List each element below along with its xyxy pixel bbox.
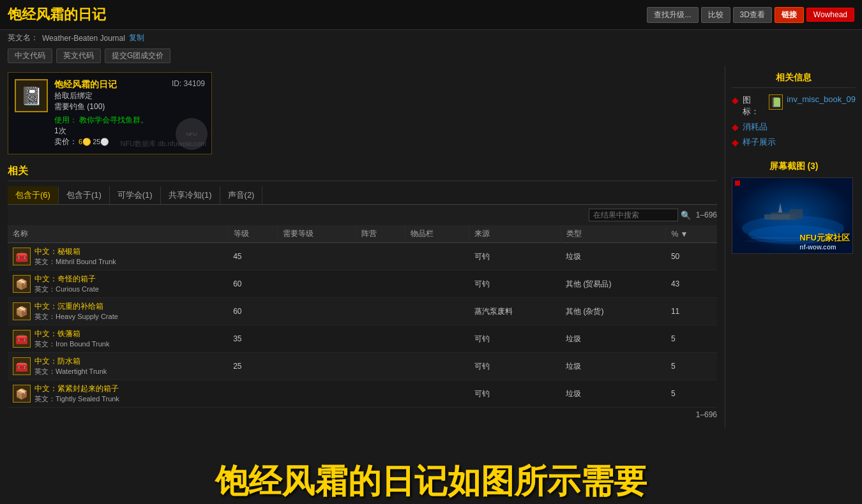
row-names: 中文：紧紧封起来的箱子 英文：Tightly Sealed Trunk [34,383,119,404]
cell-name: 📦 中文：紧紧封起来的箱子 英文：Tightly Sealed Trunk [8,380,228,408]
table-row[interactable]: 🧰 中文：防水箱 英文：Watertight Trunk 25 可钓 垃圾 5 [8,353,717,380]
cell-source: 可钓 [469,325,561,353]
cell-slot [405,298,469,325]
sidebar-consumable-row: ◆ 消耗品 [732,121,856,133]
col-req-level: 需要等级 [278,225,356,243]
consumable-label[interactable]: 消耗品 [743,121,767,133]
submit-price-button[interactable]: 提交G团成交价 [105,48,170,63]
tab-sounds-2[interactable]: 声音(2) [220,186,263,204]
row-icon: 🧰 [13,357,31,375]
item-bind: 拾取后绑定 [54,91,205,101]
copy-link[interactable]: 复制 [129,33,144,43]
tab-shared-1[interactable]: 共享冷知(1) [161,186,220,204]
row-name-cn: 中文：防水箱 [34,356,107,367]
row-name-en: 英文：Watertight Trunk [34,367,107,376]
icon-name[interactable]: inv_misc_book_09 [787,94,856,104]
link-button[interactable]: 链接 [775,7,804,23]
cell-source: 可钓 [469,243,561,271]
chinese-code-button[interactable]: 中文代码 [8,48,52,63]
pagination-bottom: 1–696 [696,410,717,419]
cell-level: 60 [228,298,277,325]
data-table: 名称 等级 需要等级 阵营 物品栏 来源 类型 % ▼ 🧰 中文：秘银箱 [8,225,717,408]
table-row[interactable]: 📦 中文：紧紧封起来的箱子 英文：Tightly Sealed Trunk 可钓… [8,380,717,408]
search-input[interactable] [589,209,678,221]
cell-level [228,380,277,408]
display-label[interactable]: 样子展示 [743,137,776,148]
item-req: 需要钓鱼 (100) [54,101,205,112]
table-row[interactable]: 🧰 中文：秘银箱 英文：Mithril Bound Trunk 45 可钓 垃圾… [8,243,717,271]
row-name-cn: 中文：奇怪的箱子 [34,274,99,285]
cell-name: 📦 中文：沉重的补给箱 英文：Heavy Supply Crate [8,298,228,325]
wowhead-button[interactable]: Wowhead [806,8,854,22]
cell-faction [356,243,405,271]
row-icon: 🧰 [13,248,31,265]
col-source: 来源 [469,225,561,243]
screenshot-image[interactable]: NFU元家社区 nf-wow.com [732,177,853,254]
col-faction: 阵营 [356,225,405,243]
cell-source: 可钓 [469,380,561,408]
top-buttons: 查找升级... 比较 3D查看 链接 Wowhead [647,7,854,23]
english-code-button[interactable]: 英文代码 [56,48,101,63]
cell-faction [356,380,405,408]
row-names: 中文：沉重的补给箱 英文：Heavy Supply Crate [34,301,118,322]
cell-percent: 50 [666,243,717,271]
row-icon: 📦 [13,385,31,403]
row-name-cn: 中文：紧紧封起来的箱子 [34,383,119,394]
find-upgrade-button[interactable]: 查找升级... [647,7,698,23]
row-name-cn: 中文：沉重的补给箱 [34,301,118,312]
cell-slot [405,380,469,408]
col-percent[interactable]: % ▼ [666,225,717,243]
svg-rect-6 [790,209,803,219]
cell-level: 60 [228,271,277,298]
item-tooltip: 📓 饱经风霜的日记 ID: 34109 拾取后绑定 需要钓鱼 (100) 使用：… [8,72,212,154]
sidebar-bullet-1: ◆ [732,95,739,105]
item-icon-preview: 📗 [769,94,783,110]
cell-level: 35 [228,325,277,353]
row-name-cn: 中文：秘银箱 [34,246,116,257]
english-name-value: Weather-Beaten Journal [42,34,125,43]
table-row[interactable]: 📦 中文：奇怪的箱子 英文：Curious Crate 60 可钓 其他 (贸易… [8,271,717,298]
cell-type: 垃圾 [561,243,666,271]
screenshot-section: 屏幕截图 (3) [732,161,856,254]
table-controls: 🔍 1–696 [8,205,717,225]
row-name-en: 英文：Curious Crate [34,285,99,294]
row-name-en: 英文：Iron Bound Trunk [34,339,109,349]
left-content: 📓 饱经风霜的日记 ID: 34109 拾取后绑定 需要钓鱼 (100) 使用：… [0,66,725,428]
tabs-row: 包含于(6) 包含于(1) 可学会(1) 共享冷知(1) 声音(2) [8,186,717,205]
pagination-label: 1–696 [696,211,717,219]
cell-level: 45 [228,243,277,271]
row-name-en: 英文：Heavy Supply Crate [34,312,118,322]
cell-faction [356,353,405,380]
search-icon: 🔍 [681,211,691,220]
sidebar-bullet-2: ◆ [732,122,739,132]
col-slot: 物品栏 [405,225,469,243]
screenshot-title: 屏幕截图 (3) [732,161,856,172]
sidebar-title: 相关信息 [732,72,856,88]
compare-button[interactable]: 比较 [701,7,730,23]
sell-label: 卖价： [54,137,77,147]
3d-view-button[interactable]: 3D查看 [733,7,772,23]
screenshot-overlay: NFU元家社区 nf-wow.com [799,232,850,251]
cell-name: 🧰 中文：防水箱 英文：Watertight Trunk [8,353,228,380]
top-header: 饱经风霜的日记 查找升级... 比较 3D查看 链接 Wowhead [0,0,862,30]
row-names: 中文：秘银箱 英文：Mithril Bound Trunk [34,246,116,267]
tab-learnable-1[interactable]: 可学会(1) [110,186,161,204]
table-row[interactable]: 🧰 中文：铁藩箱 英文：Iron Bound Trunk 35 可钓 垃圾 5 [8,325,717,353]
row-icon: 📦 [13,302,31,320]
tab-contains-6[interactable]: 包含于(6) [8,186,59,204]
cell-percent: 11 [666,298,717,325]
cell-source: 可钓 [469,271,561,298]
cell-type: 其他 (杂货) [561,298,666,325]
cell-slot [405,353,469,380]
cell-faction [356,298,405,325]
table-row[interactable]: 📦 中文：沉重的补给箱 英文：Heavy Supply Crate 60 蒸汽泵… [8,298,717,325]
item-id: ID: 34109 [172,79,205,88]
cell-type: 垃圾 [561,325,666,353]
cell-percent: 5 [666,353,717,380]
icon-label: 图标： [743,94,765,117]
item-icon-glyph: 📓 [20,85,43,107]
cell-faction [356,325,405,353]
cell-req-level [278,353,356,380]
tab-contains-1[interactable]: 包含于(1) [59,186,110,204]
cell-slot [405,271,469,298]
